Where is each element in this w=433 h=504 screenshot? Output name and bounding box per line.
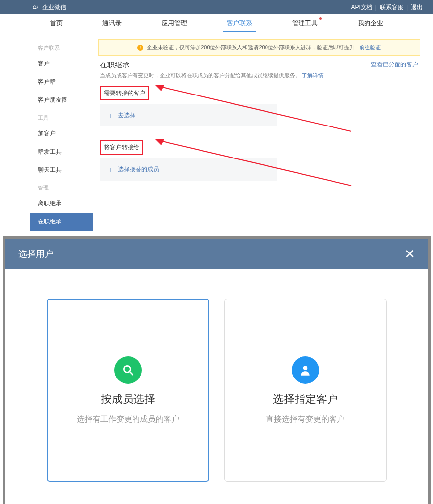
- section-customers: 需要转接的客户 + 去选择: [100, 86, 418, 126]
- svg-point-3: [36, 8, 37, 9]
- section1-label: 需要转接的客户: [100, 86, 149, 100]
- link-api-docs[interactable]: API文档: [351, 3, 372, 12]
- dialog-container: 选择用户 ✕ 按成员选择 选择有工作变更的成员的客户 选择指定客户 直接选择有变…: [3, 236, 431, 504]
- svg-point-1: [37, 6, 38, 7]
- verify-alert: ! 企业未验证，仅可添加200位外部联系人和邀请200位外部联系人进群，验证后即…: [98, 39, 420, 56]
- nav-tools[interactable]: 管理工具: [288, 14, 322, 32]
- page-title: 在职继承: [100, 61, 324, 70]
- page-desc: 当成员或客户有变更时，企业可以将在职成员的客户分配给其他成员继续提供服务。 了解…: [100, 72, 324, 79]
- content-area: 客户联系客户客户群客户朋友圈工具加客户群发工具聊天工具管理离职继承在职继承 ! …: [0, 32, 433, 231]
- learn-more-link[interactable]: 了解详情: [302, 72, 324, 78]
- card-title: 按成员选择: [101, 392, 155, 407]
- alert-text: 企业未验证，仅可添加200位外部联系人和邀请200位外部联系人进群，验证后即可提…: [147, 44, 355, 50]
- nav-home[interactable]: 首页: [46, 14, 67, 32]
- sidebar-item[interactable]: 加客户: [30, 125, 93, 143]
- page-header: 在职继承 当成员或客户有变更时，企业可以将在职成员的客户分配给其他成员继续提供服…: [100, 61, 418, 79]
- close-icon[interactable]: ✕: [404, 247, 415, 262]
- sidebar-item[interactable]: 聊天工具: [30, 161, 93, 179]
- section2-label: 将客户转接给: [100, 140, 143, 155]
- svg-line-9: [130, 372, 133, 375]
- nav-customers[interactable]: 客户联系: [223, 14, 256, 32]
- sidebar-group-title: 工具: [30, 109, 93, 125]
- plus-icon: +: [109, 166, 113, 174]
- nav-apps[interactable]: 应用管理: [158, 14, 191, 32]
- sidebar-item[interactable]: 客户: [30, 55, 93, 73]
- header-links: API文档 | 联系客服 | 退出: [351, 3, 423, 12]
- sidebar-item[interactable]: 群发工具: [30, 143, 93, 161]
- sidebar-item[interactable]: 在职继承: [30, 213, 93, 231]
- main-nav: 首页 通讯录 应用管理 客户联系 管理工具 我的企业: [0, 14, 433, 32]
- plus-icon: +: [109, 112, 113, 120]
- dialog-body: 按成员选择 选择有工作变更的成员的客户 选择指定客户 直接选择有变更的客户: [5, 269, 428, 504]
- sidebar-item[interactable]: 客户群: [30, 73, 93, 91]
- dialog-header: 选择用户 ✕: [5, 239, 428, 269]
- person-icon: [292, 356, 319, 384]
- card-desc: 直接选择有变更的客户: [266, 414, 345, 425]
- sidebar-group-title: 管理: [30, 179, 93, 194]
- select-user-dialog: 选择用户 ✕ 按成员选择 选择有工作变更的成员的客户 选择指定客户 直接选择有变…: [5, 239, 428, 504]
- search-icon: [114, 356, 142, 384]
- brand-icon: [33, 4, 39, 11]
- card-desc: 选择有工作变更的成员的客户: [77, 414, 179, 425]
- dialog-title: 选择用户: [18, 248, 54, 260]
- svg-point-2: [37, 7, 38, 8]
- sidebar-item[interactable]: 客户朋友圈: [30, 91, 93, 109]
- svg-point-10: [303, 366, 308, 370]
- view-assigned-link[interactable]: 查看已分配的客户: [371, 61, 418, 69]
- sidebar-item[interactable]: 离职继承: [30, 194, 93, 213]
- admin-panel: 企业微信 API文档 | 联系客服 | 退出 首页 通讯录 应用管理 客户联系 …: [0, 0, 433, 231]
- svg-point-0: [33, 6, 36, 9]
- nav-contacts[interactable]: 通讯录: [99, 14, 126, 32]
- card-by-customer[interactable]: 选择指定客户 直接选择有变更的客户: [224, 299, 387, 482]
- section-transfer-to: 将客户转接给 + 选择接替的成员: [100, 140, 418, 181]
- svg-marker-7: [155, 139, 164, 145]
- top-header: 企业微信 API文档 | 联系客服 | 退出: [0, 0, 433, 14]
- select-member-button[interactable]: + 选择接替的成员: [100, 158, 277, 181]
- alert-link[interactable]: 前往验证: [359, 44, 381, 50]
- card-by-member[interactable]: 按成员选择 选择有工作变更的成员的客户: [47, 299, 209, 482]
- sidebar: 客户联系客户客户群客户朋友圈工具加客户群发工具聊天工具管理离职继承在职继承: [30, 39, 93, 231]
- svg-marker-5: [155, 85, 164, 91]
- link-logout[interactable]: 退出: [411, 3, 423, 12]
- brand-text: 企业微信: [42, 3, 66, 12]
- select-customers-button[interactable]: + 去选择: [100, 104, 277, 126]
- brand: 企业微信: [33, 3, 66, 12]
- nav-company[interactable]: 我的企业: [354, 14, 387, 32]
- main-content: ! 企业未验证，仅可添加200位外部联系人和邀请200位外部联系人进群，验证后即…: [93, 39, 425, 231]
- warning-icon: !: [137, 45, 143, 51]
- link-support[interactable]: 联系客服: [380, 3, 403, 12]
- card-title: 选择指定客户: [273, 392, 338, 407]
- sidebar-group-title: 客户联系: [30, 39, 93, 55]
